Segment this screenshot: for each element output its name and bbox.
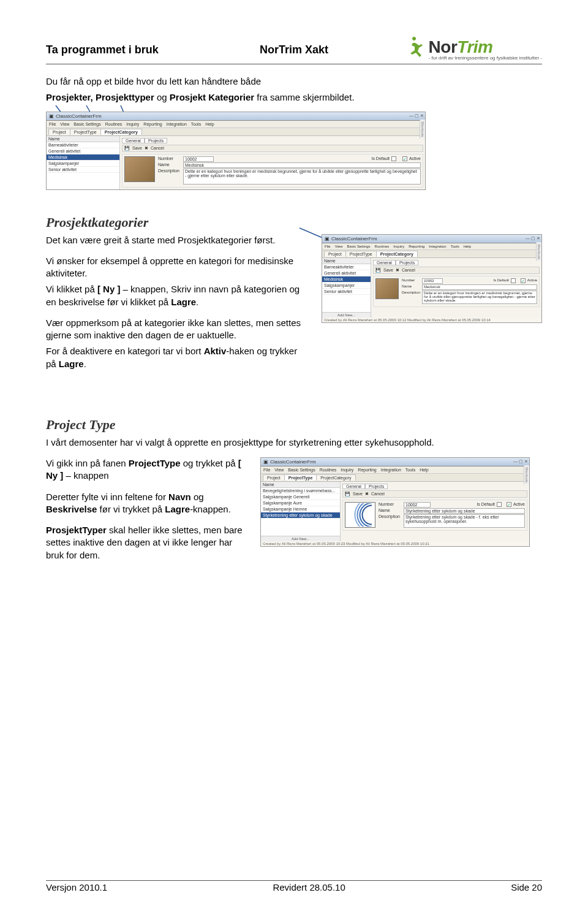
- active-checkbox[interactable]: [507, 502, 511, 507]
- menu-file[interactable]: File: [325, 245, 331, 248]
- name-field[interactable]: Styrketrening etter sykdom og skade: [404, 508, 525, 514]
- menu-tools[interactable]: Tools: [451, 245, 459, 248]
- type-image: [345, 502, 375, 528]
- list-item[interactable]: Salgskampanje Generell: [261, 494, 340, 500]
- tab-projectcategory[interactable]: ProjectCategory: [376, 251, 418, 257]
- menu-tools[interactable]: Tools: [405, 468, 415, 472]
- list-item[interactable]: Generell aktivitet: [322, 270, 371, 276]
- inner-tab-general[interactable]: General: [122, 138, 145, 143]
- menu-help[interactable]: Help: [420, 468, 428, 472]
- tab-projecttype[interactable]: ProjectType: [70, 129, 101, 135]
- list-item[interactable]: Generell aktivitet: [47, 148, 119, 154]
- menu-view[interactable]: View: [274, 468, 284, 472]
- tab-project[interactable]: Project: [263, 474, 285, 481]
- list-item[interactable]: Medisinsk: [47, 154, 119, 161]
- menu-bar[interactable]: FileViewBasic SettingsRoutinesInquiryRep…: [47, 121, 425, 128]
- list-header[interactable]: Name: [261, 482, 340, 488]
- inner-tab-general[interactable]: General: [342, 484, 365, 489]
- isdefault-checkbox[interactable]: [511, 278, 516, 283]
- menu-help[interactable]: Help: [464, 245, 471, 248]
- footer-revised: Revidert 28.05.10: [273, 882, 345, 892]
- save-button[interactable]: Save: [353, 492, 363, 496]
- menu-file[interactable]: File: [49, 122, 56, 126]
- window-controls[interactable]: — ▢ ✕: [409, 113, 424, 118]
- list-item[interactable]: Senior aktivitet: [47, 167, 119, 173]
- tab-projecttype[interactable]: ProjectType: [345, 251, 377, 257]
- menu-bar[interactable]: FileViewBasic SettingsRoutinesInquiryRep…: [322, 243, 541, 250]
- window-controls[interactable]: — ▢ ✕: [526, 236, 540, 241]
- list-item[interactable]: Salgskampanje Hemne: [261, 506, 340, 512]
- name-field[interactable]: Medisinsk: [422, 284, 537, 290]
- tab-project[interactable]: Project: [324, 251, 346, 257]
- desc-field[interactable]: Dette er en kategori hvor treningen er m…: [183, 169, 421, 185]
- s2-p1: I vårt demosenter har vi valgt å opprett…: [46, 436, 542, 449]
- inner-tab-projects[interactable]: Projects: [145, 138, 167, 143]
- menu-bar[interactable]: FileViewBasic SettingsRoutinesInquiryRep…: [261, 466, 529, 474]
- list-item[interactable]: Salgskampanjer: [47, 161, 119, 167]
- add-new-button[interactable]: Add New...: [322, 312, 371, 318]
- list-header[interactable]: Name: [47, 136, 119, 142]
- number-field[interactable]: 10002: [422, 278, 443, 284]
- cancel-button[interactable]: Cancel: [371, 492, 385, 496]
- list-item[interactable]: Styrketrening etter sykdom og skade: [261, 512, 340, 519]
- inner-tab-general[interactable]: General: [373, 260, 396, 265]
- menu-inquiry[interactable]: Inquiry: [393, 245, 404, 248]
- menu-routines[interactable]: Routines: [375, 245, 390, 248]
- list-item[interactable]: Barneaktiviteter: [47, 142, 119, 148]
- menu-inquiry[interactable]: Inquiry: [341, 468, 353, 472]
- number-field[interactable]: 10002: [404, 502, 431, 508]
- active-checkbox[interactable]: [521, 278, 526, 283]
- list-item[interactable]: Medisinsk: [322, 276, 371, 283]
- list-header[interactable]: Name: [322, 258, 371, 264]
- list-item[interactable]: Salgskampanje Aure: [261, 500, 340, 506]
- menu-reporting[interactable]: Reporting: [143, 122, 162, 126]
- menu-view[interactable]: View: [335, 245, 343, 248]
- desc-field[interactable]: Styrketrening etter sykdom og skade - f.…: [404, 514, 525, 528]
- status-bar: Created by Ali Reza Mazaheri at 05.05.20…: [261, 541, 529, 546]
- cancel-button[interactable]: Cancel: [151, 146, 164, 150]
- menu-tools[interactable]: Tools: [191, 122, 201, 126]
- menu-inquiry[interactable]: Inquiry: [126, 122, 139, 126]
- s2-p4: ProsjektTyper skal heller ikke slettes, …: [46, 524, 248, 561]
- menu-help[interactable]: Help: [205, 122, 214, 126]
- inner-tab-projects[interactable]: Projects: [365, 484, 388, 489]
- tab-projecttype[interactable]: ProjectType: [284, 474, 317, 481]
- menu-view[interactable]: View: [60, 122, 69, 126]
- isdefault-checkbox[interactable]: [497, 502, 502, 507]
- isdefault-checkbox[interactable]: [391, 156, 396, 161]
- s2-p2: Vi gikk inn på fanen ProjectType og tryk…: [46, 457, 248, 482]
- menu-routines[interactable]: Routines: [105, 122, 123, 126]
- heading-prosjektkategorier: Prosjektkategorier: [46, 215, 542, 230]
- menu-routines[interactable]: Routines: [320, 468, 337, 472]
- app-icon: ▣: [263, 459, 268, 465]
- cancel-button[interactable]: Cancel: [402, 268, 415, 272]
- name-field[interactable]: Medisinsk: [183, 162, 421, 168]
- save-button[interactable]: Save: [383, 268, 393, 272]
- number-field[interactable]: 10002: [183, 156, 214, 162]
- add-new-button[interactable]: Add New...: [261, 536, 340, 541]
- menu-basic[interactable]: Basic Settings: [347, 245, 371, 248]
- menu-reporting[interactable]: Reporting: [358, 468, 376, 472]
- desc-field[interactable]: Dette er en kategori hvor treningen er m…: [422, 291, 537, 304]
- menu-file[interactable]: File: [263, 468, 270, 472]
- list-item[interactable]: Salgskampanjer: [322, 283, 371, 289]
- active-checkbox[interactable]: [402, 156, 407, 161]
- menu-basic[interactable]: Basic Settings: [74, 122, 100, 126]
- s1-p5: For å deaktivere en kategori tar vi bort…: [46, 345, 309, 370]
- menu-reporting[interactable]: Reporting: [409, 245, 424, 248]
- window-controls[interactable]: — ▢ ✕: [513, 459, 528, 464]
- menu-integration[interactable]: Integration: [381, 468, 401, 472]
- tab-project[interactable]: Project: [48, 129, 70, 135]
- list-item[interactable]: Senior aktivitet: [322, 289, 371, 295]
- tab-projectcategory[interactable]: ProjectCategory: [316, 474, 355, 481]
- heading-project-type: Project Type: [46, 417, 542, 433]
- menu-integration[interactable]: Integration: [167, 122, 187, 126]
- menu-integration[interactable]: Integration: [429, 245, 446, 248]
- save-button[interactable]: Save: [132, 146, 142, 150]
- menu-basic[interactable]: Basic Settings: [288, 468, 315, 472]
- list-item[interactable]: Barneaktiviteter: [322, 264, 371, 270]
- inner-tab-projects[interactable]: Projects: [396, 260, 418, 265]
- s1-p2: Vi ønsker for eksempel å opprette en kat…: [46, 255, 309, 280]
- list-item[interactable]: Bevegelighetstrening i svømmebass...: [261, 488, 340, 494]
- tab-projectcategory[interactable]: ProjectCategory: [100, 129, 142, 135]
